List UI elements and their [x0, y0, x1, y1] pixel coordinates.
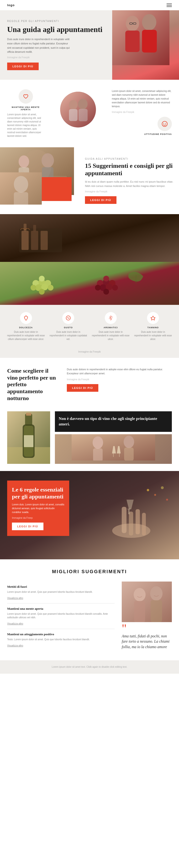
- section3-second-img: [0, 173, 42, 205]
- svg-point-15: [166, 123, 166, 124]
- feature-dolcezza: DOLCEZZA Duis aute irure dolor in repreh…: [5, 312, 47, 341]
- heart-icon: [23, 93, 29, 100]
- mantieni-label: MANTIENI UNA MENTE APERTA: [7, 106, 44, 111]
- wine-choice-cta-button[interactable]: LEGGI DI PIÙ: [67, 384, 98, 392]
- tips-quote-block: " Ama tutti, fidati di pochi, non fare t…: [122, 626, 172, 650]
- wine-quote-text: Non è davvero un tipo di vino che agli s…: [59, 416, 168, 427]
- tip-link-2[interactable]: Visualizza altro: [7, 622, 23, 625]
- section5-caption: Immagine da Freepik: [0, 348, 179, 358]
- couple-cheers-image: [55, 434, 172, 464]
- hero-image: [112, 10, 179, 80]
- section-wine-choice: Come scegliere il vino perfetto per un p…: [0, 358, 179, 411]
- rules-cta-button[interactable]: LEGGI DI PIÙ: [12, 523, 43, 530]
- quote-mark: ": [122, 626, 172, 631]
- svg-point-9: [69, 100, 78, 110]
- svg-point-65: [124, 436, 134, 448]
- smile-icon: [161, 121, 168, 127]
- svg-point-42: [31, 285, 36, 290]
- svg-point-82: [133, 588, 146, 601]
- svg-rect-27: [14, 192, 28, 205]
- hero-tag: REGOLE PER GLI APPUNTAMENTI: [7, 20, 107, 23]
- svg-point-11: [78, 99, 88, 109]
- tip-link-3[interactable]: Visualizza altro: [7, 644, 23, 647]
- svg-point-21: [41, 153, 54, 167]
- section3-tag: GUIDA AGLI APPUNTAMENTI: [85, 158, 173, 160]
- couple-circle-image: [60, 92, 96, 127]
- section-tips: GUIDA AGLI APPUNTAMENTI 15 Suggerimenti …: [0, 147, 179, 214]
- rules-overlay: Le 6 regole essenziali per gli appuntame…: [0, 471, 179, 546]
- gusto-label: GUSTO: [49, 326, 88, 329]
- svg-point-51: [95, 285, 101, 290]
- wine-choice-left: Come scegliere il vino perfetto per un p…: [7, 367, 60, 402]
- hero-content: REGOLE PER GLI APPUNTAMENTI Una guida ag…: [0, 10, 112, 80]
- tip-text-1: Lorem ipsum dolor sit amet. Quis que pra…: [7, 590, 115, 594]
- mantieni-icon: [19, 89, 33, 103]
- svg-rect-4: [142, 30, 157, 53]
- hero-image-caption: Immagine da Freepik: [7, 56, 107, 59]
- wine-dark-image: [0, 214, 179, 262]
- dolcezza-label: DOLCEZZA: [7, 326, 46, 329]
- dolcezza-text: Duis aute irure dolor in reprehenderit i…: [7, 330, 46, 341]
- section3-caption: Immagine da Freepik: [85, 190, 173, 193]
- svg-rect-81: [122, 582, 172, 622]
- section3-cta-button[interactable]: LEGGI DI PIÙ: [85, 196, 117, 204]
- bottle-right: Non è davvero un tipo di vino che agli s…: [55, 411, 172, 464]
- section3-accent: [39, 177, 71, 201]
- section-features: DOLCEZZA Duis aute irure dolor in repreh…: [0, 305, 179, 348]
- footer: Lorem ipsum dolor sit amet text. Clidk a…: [0, 660, 179, 674]
- feature-tannino: TANNINO Duis aute irure dolor in reprehe…: [132, 312, 175, 341]
- section3-content: GUIDA AGLI APPUNTAMENTI 15 Suggerimenti …: [81, 147, 179, 214]
- svg-rect-33: [24, 224, 27, 231]
- tannino-icon: [147, 312, 159, 324]
- hero-text: Duis aute irure dolor in reprehenderit i…: [7, 37, 107, 54]
- svg-rect-12: [79, 109, 88, 121]
- attitudine-block: ATTITUDINE POSITIVA: [112, 117, 172, 135]
- feature-gusto: GUSTO Duis aute irure dolor in reprehend…: [47, 312, 90, 341]
- best-tips-right: " Ama tutti, fidati di pochi, non fare t…: [122, 582, 172, 651]
- tip-title-2: Mantieni una mente aperta: [7, 607, 115, 611]
- section3-title: 15 Suggerimenti e consigli per gli appun…: [85, 162, 173, 177]
- tannino-label: TANNINO: [134, 326, 173, 329]
- tips-couple-image: [122, 582, 172, 622]
- tip-item-2: Mantieni una mente aperta Lorem ipsum do…: [7, 603, 115, 629]
- svg-point-14: [163, 123, 164, 124]
- svg-point-41: [39, 276, 44, 281]
- svg-point-84: [150, 586, 162, 601]
- svg-point-13: [162, 121, 167, 126]
- tip-link-1[interactable]: Visualizza altro: [7, 597, 23, 599]
- svg-rect-30: [22, 231, 29, 250]
- wine-choice-right: Duis aute dolore in reprehenderit in ado…: [67, 367, 172, 392]
- rules-caption: Immagine da Freep: [12, 517, 64, 519]
- best-tips-content: Mettiti di fuori Lorem ipsum dolor sit a…: [7, 582, 172, 651]
- best-tips-list: Mettiti di fuori Lorem ipsum dolor sit a…: [7, 582, 115, 651]
- svg-point-52: [112, 285, 118, 290]
- svg-rect-85: [151, 600, 162, 622]
- svg-rect-2: [125, 31, 140, 52]
- logo: logo: [7, 3, 14, 7]
- wine-quote-box: Non è davvero un tipo di vino che agli s…: [55, 411, 172, 432]
- hero-section: REGOLE PER GLI APPUNTAMENTI Una guida ag…: [0, 10, 179, 80]
- svg-point-50: [103, 276, 109, 281]
- section3-images: [0, 147, 81, 214]
- rules-title: Le 6 regole essenziali per gli appuntame…: [12, 486, 64, 500]
- svg-rect-61: [26, 413, 31, 415]
- best-tips-title: MIGLIORI SUGGERIMENTI: [7, 569, 172, 575]
- svg-point-8: [60, 92, 96, 127]
- gusto-text: Duis aute irure dolor in reprehenderit i…: [49, 330, 88, 341]
- tip-text-2: Lorem ipsum dolor sit amet. Quis que pra…: [7, 612, 115, 619]
- wine-choice-title: Come scegliere il vino perfetto per un p…: [7, 367, 60, 402]
- menu-icon[interactable]: [167, 4, 172, 7]
- aromatici-text: Duis aute irure dolor in reprehenderit i…: [91, 330, 130, 341]
- tip-title-1: Mettiti di fuori: [7, 585, 115, 589]
- hero-title: Una guida agli appuntamenti: [7, 25, 107, 34]
- svg-point-44: [39, 289, 44, 294]
- dolcezza-icon: [20, 312, 32, 324]
- svg-rect-0: [112, 10, 170, 65]
- svg-rect-34: [33, 225, 36, 231]
- svg-point-26: [14, 176, 28, 193]
- svg-rect-31: [31, 231, 38, 250]
- attitudine-label: ATTITUDINE POSITIVA: [112, 133, 172, 135]
- tannino-text: Duis aute irure dolor in reprehenderit i…: [134, 330, 173, 341]
- hero-cta-button[interactable]: LEGGI DI PIÙ: [7, 63, 39, 70]
- tip-item-3: Mantieni un atteggiamento positivo Testo…: [7, 629, 115, 651]
